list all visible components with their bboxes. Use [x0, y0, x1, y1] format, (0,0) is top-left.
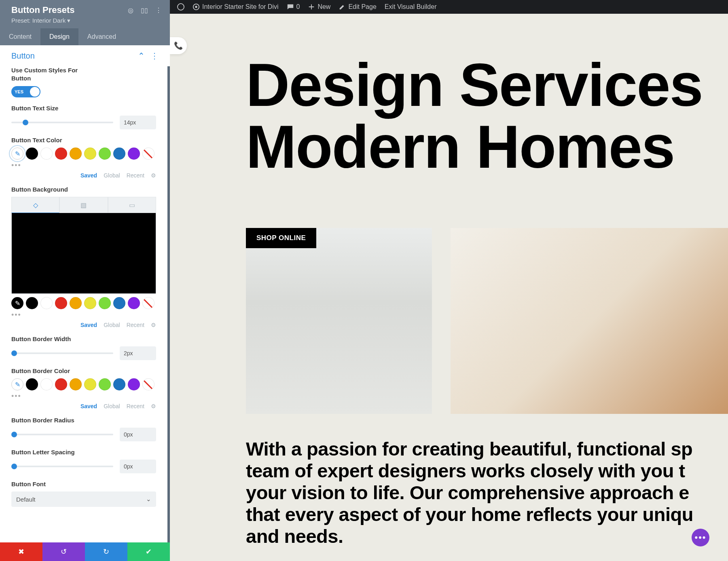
columns-icon[interactable]: ▯▯	[141, 6, 148, 14]
cancel-button[interactable]: ✖	[0, 542, 42, 561]
swatch-orange[interactable]	[70, 378, 82, 390]
hero-line1: Design Services	[246, 54, 703, 116]
new-content-link[interactable]: New	[304, 0, 334, 14]
bg-tab-image[interactable]: ▭	[108, 197, 156, 213]
swatch-white[interactable]	[40, 148, 53, 160]
swatch-black[interactable]	[26, 148, 38, 160]
swatch-none[interactable]	[142, 148, 154, 160]
bg-tab-color[interactable]: ◇	[11, 197, 59, 213]
bg-tab-gradient[interactable]: ▧	[59, 197, 108, 213]
font-select[interactable]: Default ⌄	[11, 491, 156, 507]
border-width-slider[interactable]	[11, 352, 113, 354]
bg-swatches: ✎	[11, 297, 156, 309]
swatch-tab-saved[interactable]: Saved	[80, 403, 97, 409]
text-color-swatches: ✎	[11, 148, 156, 160]
bg-color-preview[interactable]	[11, 213, 156, 294]
tab-advanced[interactable]: Advanced	[78, 28, 125, 45]
swatch-red[interactable]	[55, 378, 67, 390]
border-color-swatches: ✎	[11, 378, 156, 390]
text-size-slider[interactable]	[11, 122, 113, 123]
tab-content[interactable]: Content	[0, 28, 40, 45]
chevron-down-icon: ⌄	[146, 496, 151, 503]
color-source-tabs: Saved Global Recent ⚙	[11, 172, 156, 179]
swatch-red[interactable]	[55, 297, 67, 309]
text-color-label: Button Text Color	[11, 137, 156, 143]
builder-fab[interactable]: •••	[692, 529, 709, 546]
preset-dropdown[interactable]: Preset: Interior Dark ▾	[11, 17, 74, 24]
swatch-blue[interactable]	[113, 378, 125, 390]
site-name-link[interactable]: Interior Starter Site for Divi	[188, 0, 283, 14]
swatch-green[interactable]	[99, 297, 111, 309]
swatch-tab-recent[interactable]: Recent	[127, 322, 144, 328]
comments-count: 0	[296, 3, 300, 11]
shop-online-button[interactable]: SHOP ONLINE	[246, 228, 316, 248]
gear-icon[interactable]: ⚙	[151, 172, 156, 179]
plus-icon	[308, 3, 315, 11]
swatch-black[interactable]	[26, 378, 38, 390]
section-button-header[interactable]: Button ⌃ ⋮	[0, 45, 170, 66]
svg-point-2	[195, 6, 197, 8]
wp-logo-icon[interactable]	[173, 0, 188, 14]
target-icon[interactable]: ◎	[128, 6, 133, 14]
swatch-black[interactable]	[26, 297, 38, 309]
swatch-blue[interactable]	[113, 148, 125, 160]
undo-button[interactable]: ↺	[42, 542, 85, 561]
swatch-tab-saved[interactable]: Saved	[80, 172, 97, 179]
swatch-none[interactable]	[142, 297, 154, 309]
swatch-tab-global[interactable]: Global	[104, 322, 120, 328]
more-swatches-icon[interactable]: •••	[11, 161, 156, 170]
swatch-tab-saved[interactable]: Saved	[80, 322, 97, 328]
comments-link[interactable]: 0	[283, 0, 304, 14]
swatch-white[interactable]	[40, 297, 53, 309]
text-size-input[interactable]: 14px	[120, 116, 156, 129]
exit-builder-label: Exit Visual Builder	[385, 3, 437, 11]
swatch-purple[interactable]	[128, 378, 140, 390]
redo-button[interactable]: ↻	[85, 542, 127, 561]
swatch-white[interactable]	[40, 378, 53, 390]
more-swatches-icon[interactable]: •••	[11, 311, 156, 319]
use-custom-label: Use Custom Styles For Button	[11, 66, 84, 82]
eyedropper-icon[interactable]: ✎	[11, 148, 23, 160]
gear-icon[interactable]: ⚙	[151, 403, 156, 409]
more-icon[interactable]: ⋮	[155, 6, 162, 14]
color-source-tabs: Saved Global Recent ⚙	[11, 322, 156, 328]
swatch-tab-global[interactable]: Global	[104, 172, 120, 179]
chevron-up-icon[interactable]: ⌃	[138, 51, 145, 61]
phone-icon[interactable]: 📞	[170, 37, 187, 54]
swatch-red[interactable]	[55, 148, 67, 160]
swatch-blue[interactable]	[113, 297, 125, 309]
swatch-tab-recent[interactable]: Recent	[127, 172, 144, 179]
eyedropper-icon[interactable]: ✎	[11, 378, 23, 390]
swatch-yellow[interactable]	[84, 148, 96, 160]
toggle-text: YES	[15, 89, 23, 94]
pencil-icon	[339, 3, 346, 11]
swatch-tab-recent[interactable]: Recent	[127, 403, 144, 409]
edit-page-link[interactable]: Edit Page	[334, 0, 380, 14]
section-more-icon[interactable]: ⋮	[150, 51, 159, 61]
border-radius-input[interactable]: 0px	[120, 428, 156, 441]
use-custom-toggle[interactable]: YES	[11, 86, 40, 97]
letter-spacing-input[interactable]: 0px	[120, 460, 156, 473]
bg-type-tabs: ◇ ▧ ▭	[11, 197, 156, 213]
swatch-green[interactable]	[99, 148, 111, 160]
panel-tabs: Content Design Advanced	[0, 28, 170, 45]
eyedropper-icon[interactable]: ✎	[11, 297, 23, 309]
swatch-tab-global[interactable]: Global	[104, 403, 120, 409]
gear-icon[interactable]: ⚙	[151, 322, 156, 328]
letter-spacing-slider[interactable]	[11, 466, 113, 467]
border-width-input[interactable]: 2px	[120, 346, 156, 360]
swatch-yellow[interactable]	[84, 297, 96, 309]
swatch-purple[interactable]	[128, 297, 140, 309]
panel-body: Use Custom Styles For Button YES Button …	[0, 66, 170, 542]
save-button[interactable]: ✔	[127, 542, 170, 561]
swatch-orange[interactable]	[70, 297, 82, 309]
tab-design[interactable]: Design	[40, 28, 78, 45]
swatch-yellow[interactable]	[84, 378, 96, 390]
more-swatches-icon[interactable]: •••	[11, 392, 156, 401]
swatch-green[interactable]	[99, 378, 111, 390]
exit-builder-link[interactable]: Exit Visual Builder	[381, 0, 441, 14]
swatch-orange[interactable]	[70, 148, 82, 160]
border-radius-slider[interactable]	[11, 434, 113, 435]
swatch-none[interactable]	[142, 378, 154, 390]
swatch-purple[interactable]	[128, 148, 140, 160]
